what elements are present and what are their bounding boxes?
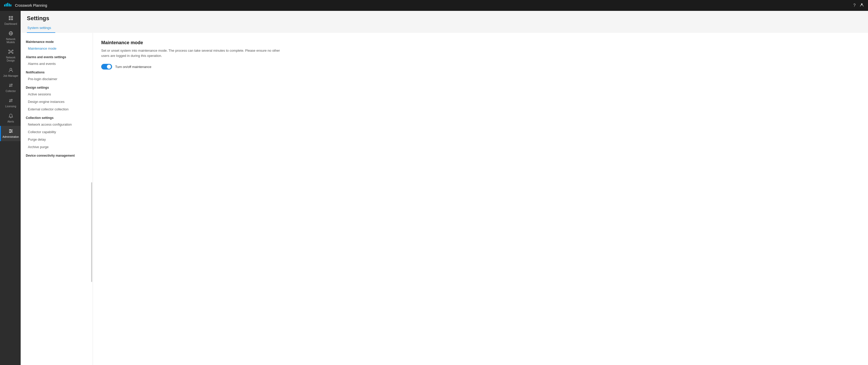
svg-point-5 bbox=[861, 3, 863, 5]
licensing-icon bbox=[8, 98, 13, 104]
tab-system-settings[interactable]: System settings bbox=[27, 24, 55, 33]
topbar-right: ? bbox=[853, 3, 864, 8]
user-icon[interactable] bbox=[860, 3, 864, 8]
svg-rect-3 bbox=[9, 4, 10, 6]
svg-point-14 bbox=[8, 50, 9, 51]
toggle-label: Turn on/off maintenance bbox=[115, 65, 151, 69]
sidebar-item-collector[interactable]: Collector bbox=[0, 80, 21, 95]
topbar-left: Crosswork Planning bbox=[4, 3, 47, 8]
administration-icon bbox=[8, 129, 13, 134]
toggle-track bbox=[101, 64, 112, 69]
svg-line-19 bbox=[11, 51, 12, 51]
svg-rect-7 bbox=[11, 16, 13, 18]
right-panel: Maintenance mode Set or unset system int… bbox=[93, 33, 868, 365]
nav-section-notifications: Notifications bbox=[21, 67, 93, 75]
svg-line-20 bbox=[9, 52, 10, 53]
nav-item-network-access[interactable]: Network access configuration bbox=[21, 121, 93, 128]
panel-title: Maintenance mode bbox=[101, 40, 860, 46]
nav-section-maintenance-mode: Maintenance mode bbox=[21, 37, 93, 45]
svg-rect-0 bbox=[4, 4, 5, 6]
svg-rect-2 bbox=[7, 3, 8, 6]
svg-rect-6 bbox=[9, 16, 10, 18]
nav-item-active-sessions[interactable]: Active sessions bbox=[21, 90, 93, 98]
sidebar-label-collector: Collector bbox=[6, 90, 16, 93]
sidebar-item-dashboard[interactable]: Dashboard bbox=[0, 13, 21, 28]
svg-rect-9 bbox=[11, 18, 13, 20]
sidebar-item-job-manager[interactable]: Job Manager bbox=[0, 65, 21, 80]
left-nav: Maintenance mode Maintenance mode Alarms… bbox=[21, 33, 93, 365]
nav-section-device-connectivity: Device connectivity management bbox=[21, 151, 93, 159]
nav-section-alarms-events: Alarms and events settings bbox=[21, 52, 93, 60]
alerts-icon bbox=[8, 113, 13, 119]
nav-section-collection-settings: Collection settings bbox=[21, 113, 93, 121]
toggle-thumb bbox=[107, 65, 111, 69]
dashboard-icon bbox=[8, 16, 13, 22]
sidebar: Dashboard Network Models bbox=[0, 11, 21, 365]
job-manager-icon bbox=[8, 67, 13, 74]
nav-item-alarms-events[interactable]: Alarms and events bbox=[21, 60, 93, 67]
nav-item-collector-capability[interactable]: Collector capability bbox=[21, 128, 93, 136]
nav-item-design-engine[interactable]: Design engine instances bbox=[21, 98, 93, 106]
svg-point-17 bbox=[12, 53, 13, 54]
sidebar-item-alerts[interactable]: Alerts bbox=[0, 111, 21, 126]
sidebar-label-licensing: Licensing bbox=[5, 105, 16, 108]
app-title: Crosswork Planning bbox=[15, 3, 47, 7]
sidebar-item-licensing[interactable]: Licensing bbox=[0, 95, 21, 111]
svg-line-21 bbox=[11, 52, 12, 53]
sidebar-label-alerts: Alerts bbox=[7, 120, 14, 123]
toggle-row: Turn on/off maintenance bbox=[101, 64, 860, 69]
svg-point-15 bbox=[12, 50, 13, 51]
sidebar-label-dashboard: Dashboard bbox=[4, 23, 17, 26]
sidebar-label-network-models: Network Models bbox=[2, 38, 20, 44]
collector-icon bbox=[8, 83, 13, 89]
maintenance-toggle[interactable] bbox=[101, 64, 112, 69]
nav-section-design-settings: Design settings bbox=[21, 83, 93, 90]
nav-item-archive-purge[interactable]: Archive purge bbox=[21, 143, 93, 151]
sidebar-item-network-design[interactable]: Network Design bbox=[0, 47, 21, 65]
scrollbar-thumb bbox=[91, 182, 92, 282]
topbar: Crosswork Planning ? bbox=[0, 0, 868, 11]
body-split: Maintenance mode Maintenance mode Alarms… bbox=[21, 33, 868, 365]
sidebar-item-network-models[interactable]: Network Models bbox=[0, 28, 21, 47]
content-area: Settings System settings Maintenance mod… bbox=[21, 11, 868, 365]
svg-point-16 bbox=[8, 53, 9, 54]
nav-item-purge-delay[interactable]: Purge delay bbox=[21, 136, 93, 143]
svg-rect-4 bbox=[10, 4, 11, 6]
sidebar-label-administration: Administration bbox=[3, 136, 19, 139]
nav-item-maintenance-mode[interactable]: Maintenance mode bbox=[21, 45, 93, 52]
cisco-logo bbox=[4, 3, 12, 8]
nav-item-pre-login-disclaimer[interactable]: Pre-login disclaimer bbox=[21, 75, 93, 83]
svg-point-35 bbox=[11, 131, 12, 132]
network-design-icon bbox=[8, 49, 13, 55]
page-header: Settings System settings bbox=[21, 11, 868, 33]
help-icon[interactable]: ? bbox=[853, 3, 856, 8]
sidebar-label-network-design: Network Design bbox=[2, 56, 20, 62]
svg-point-30 bbox=[10, 118, 11, 118]
network-models-icon bbox=[8, 31, 13, 37]
panel-description: Set or unset system into maintenance mod… bbox=[101, 48, 282, 58]
nav-item-external-collector[interactable]: External collector collection bbox=[21, 106, 93, 113]
svg-point-22 bbox=[10, 68, 12, 70]
svg-point-36 bbox=[9, 132, 10, 133]
tabs: System settings bbox=[27, 24, 862, 33]
page-title: Settings bbox=[27, 15, 862, 22]
sidebar-item-administration[interactable]: Administration bbox=[0, 126, 21, 141]
svg-line-18 bbox=[9, 51, 10, 51]
svg-point-34 bbox=[9, 129, 10, 130]
main-layout: Dashboard Network Models bbox=[0, 11, 868, 365]
sidebar-label-job-manager: Job Manager bbox=[3, 75, 18, 78]
svg-rect-8 bbox=[9, 18, 10, 20]
svg-rect-1 bbox=[6, 4, 7, 6]
